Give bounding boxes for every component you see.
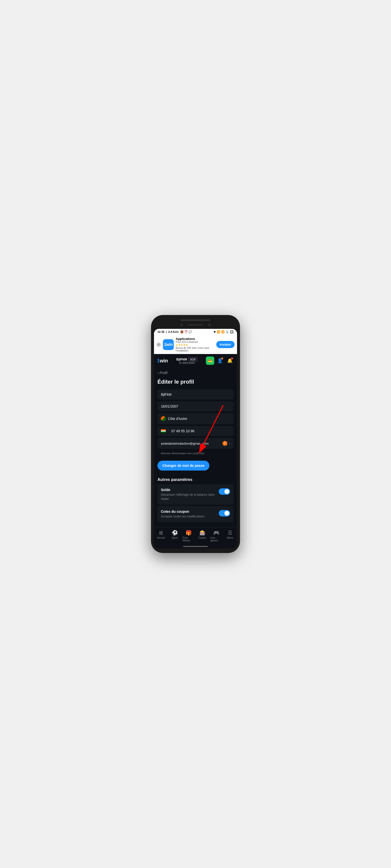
- banner-subtitle: Pour iOS et Android: [176, 341, 214, 343]
- banner-title: Applications: [176, 337, 214, 341]
- home-indicator: [183, 546, 208, 547]
- notch-bar: [181, 319, 210, 321]
- banner-bonus: Bonus de 200 1win Coins pour l'installat…: [176, 347, 214, 352]
- user-row: BjlFkM XOF: [176, 357, 197, 362]
- menu-icon: ☰: [228, 530, 232, 536]
- email-field[interactable]: yededanielredaction@gmai...com ! ›: [158, 438, 233, 449]
- email-row: yededanielredaction@gmai...com ! ›: [161, 441, 230, 446]
- status-right-icons: ✱ 📶 📶 📡 🔲: [214, 330, 233, 334]
- coupon-toggle[interactable]: [219, 510, 230, 517]
- nav-item-casino[interactable]: 🎰 Casino: [196, 527, 210, 544]
- nav-item-menu[interactable]: ☰ Menu: [223, 527, 237, 544]
- status-time-speed: 12:36 | 2,4 Ko/s 🔕 ⏰ 💬: [158, 330, 192, 334]
- install-banner: ✕ 1win Applications Pour iOS et Android …: [154, 335, 237, 354]
- phone-cameras: [154, 323, 237, 327]
- phone-flag-icon: [161, 429, 166, 433]
- username-value: BjlFkM: [161, 393, 171, 397]
- country-flag-icon: [161, 416, 166, 421]
- banner-text: Applications Pour iOS et Android ★★★★★ B…: [176, 337, 214, 352]
- balance-row: Solde Désactiver l'affichage de la balan…: [161, 488, 230, 501]
- app-header: 1win BjlFkM XOF ID 305476203 💳 👤 🔔: [154, 354, 237, 367]
- nav-item-sport[interactable]: ⚽ Sport: [168, 527, 181, 544]
- email-chevron-icon: ›: [229, 441, 230, 445]
- install-button[interactable]: Instaler: [216, 341, 234, 348]
- balance-label: Solde: [161, 488, 216, 492]
- home-icon: ⊞: [159, 530, 163, 536]
- back-label: Profil: [160, 371, 168, 375]
- speaker: [188, 324, 203, 326]
- balance-text: Solde Désactiver l'affichage de la balan…: [161, 488, 216, 501]
- status-speed: 2,4 Ko/s: [168, 330, 178, 333]
- coupon-row: Cotes du coupon Accepter toutes les modi…: [161, 509, 230, 519]
- profile-badge: [221, 358, 223, 360]
- camera-right: [208, 323, 211, 327]
- banner-close-btn[interactable]: ✕: [157, 342, 161, 347]
- signal-icon-1: 📶: [217, 330, 220, 334]
- profile-content: ‹ Profil Éditer le profil BjlFkM 16/01/2…: [154, 367, 237, 527]
- back-link[interactable]: ‹ Profil: [158, 371, 233, 375]
- country-field[interactable]: Côte d'Ivoire: [158, 413, 233, 424]
- page-title: Éditer le profil: [158, 379, 233, 385]
- banner-app-icon: 1win: [163, 339, 174, 350]
- email-note: Adresse électronique non confirmée: [158, 451, 233, 456]
- banner-stars: ★★★★★: [176, 343, 214, 347]
- battery-icon: 🔲: [230, 330, 233, 334]
- balance-settings-card: Solde Désactiver l'affichage de la balan…: [158, 484, 233, 505]
- email-value: yededanielredaction@gmai...com: [161, 442, 221, 445]
- gift-icon: 🎁: [186, 530, 192, 536]
- status-time: 12:36: [158, 330, 164, 333]
- balance-toggle-knob: [224, 489, 229, 494]
- phone-dropdown-icon: ˅: [168, 429, 169, 433]
- country-value: Côte d'Ivoire: [168, 417, 187, 421]
- nav-label-casino: Casino: [198, 536, 206, 539]
- header-icons: 💳 👤 🔔: [206, 356, 234, 365]
- wifi-icon: 📡: [226, 330, 229, 334]
- dob-value: 16/01/2007: [161, 404, 178, 408]
- nav-label-home: Accueil: [157, 536, 165, 539]
- nav-item-free-money[interactable]: 🎁 Free Money: [181, 527, 196, 544]
- balance-desc: Désactiver l'affichage de la balance dan…: [161, 493, 216, 501]
- bluetooth-icon: ✱: [214, 330, 216, 334]
- nav-label-live-games: Live-games: [210, 536, 222, 542]
- sport-icon: ⚽: [172, 530, 178, 536]
- email-warning-icon: !: [222, 441, 227, 446]
- coupon-desc: Accepter toutes les modifications: [161, 515, 216, 519]
- header-username: BjlFkM: [176, 358, 187, 361]
- phone-screen: 12:36 | 2,4 Ko/s 🔕 ⏰ 💬 ✱ 📶 📶 📡 🔲 ✕ 1win …: [154, 329, 237, 548]
- back-chevron-icon: ‹: [158, 371, 159, 375]
- notifications-button[interactable]: 🔔: [226, 356, 234, 365]
- balance-toggle[interactable]: [219, 488, 230, 495]
- user-id: ID 305476203: [179, 362, 195, 364]
- signal-icon-2: 📶: [221, 330, 225, 334]
- status-bar: 12:36 | 2,4 Ko/s 🔕 ⏰ 💬 ✱ 📶 📶 📡 🔲: [154, 329, 237, 335]
- games-icon: 🎮: [213, 530, 220, 536]
- bottom-nav: ⊞ Accueil ⚽ Sport 🎁 Free Money 🎰 Casino …: [154, 527, 237, 544]
- header-user-info: BjlFkM XOF ID 305476203: [170, 357, 204, 364]
- dob-field[interactable]: 16/01/2007: [158, 401, 233, 411]
- change-password-button[interactable]: Changer de mot de passe: [158, 461, 210, 470]
- coupon-text: Cotes du coupon Accepter toutes les modi…: [161, 509, 216, 519]
- notifications-badge: [231, 358, 233, 360]
- coupon-settings-card: Cotes du coupon Accepter toutes les modi…: [158, 506, 233, 522]
- phone-field[interactable]: ˅ 07 49 55 10 96: [158, 426, 233, 436]
- username-field[interactable]: BjlFkM: [158, 390, 233, 399]
- wallet-button[interactable]: 💳: [206, 356, 214, 365]
- currency-badge: XOF: [188, 357, 197, 362]
- other-settings-title: Autres paramètres: [158, 477, 233, 482]
- app-logo: 1win: [157, 358, 168, 364]
- coupon-label: Cotes du coupon: [161, 509, 216, 514]
- nav-label-menu: Menu: [227, 536, 233, 539]
- casino-icon: 🎰: [199, 530, 206, 536]
- profile-button[interactable]: 👤: [216, 356, 224, 365]
- coupon-toggle-knob: [224, 511, 229, 516]
- phone-value: 07 49 55 10 96: [171, 429, 194, 433]
- nav-item-live-games[interactable]: 🎮 Live-games: [210, 527, 223, 544]
- nav-item-home[interactable]: ⊞ Accueil: [154, 527, 168, 544]
- nav-label-sport: Sport: [172, 536, 178, 539]
- camera-left: [180, 323, 183, 327]
- nav-label-free-money: Free Money: [183, 536, 195, 542]
